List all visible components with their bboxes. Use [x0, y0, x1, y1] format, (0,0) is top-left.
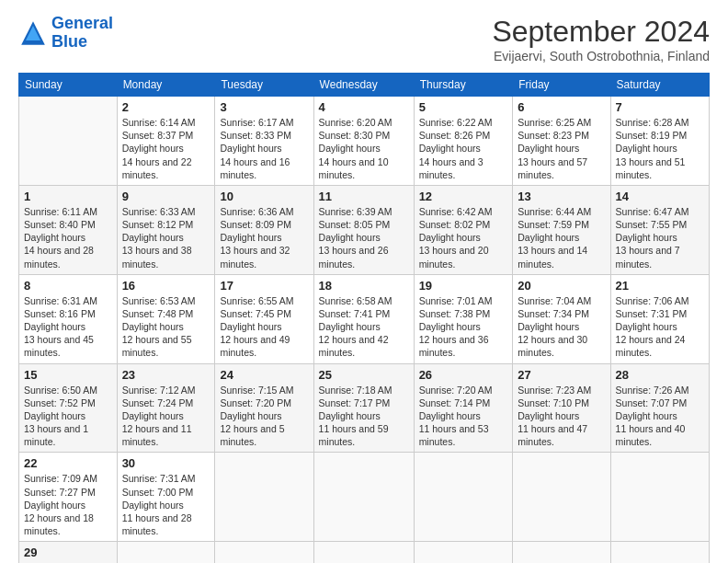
- day-number: 4: [319, 100, 409, 114]
- day-info: Sunrise: 6:20 AMSunset: 8:30 PMDaylight …: [319, 116, 409, 181]
- day-number: 28: [616, 368, 704, 382]
- day-info: Sunrise: 6:42 AMSunset: 8:02 PMDaylight …: [419, 205, 508, 270]
- table-row: 10Sunrise: 6:36 AMSunset: 8:09 PMDayligh…: [215, 185, 313, 274]
- day-number: 21: [616, 279, 704, 293]
- header-wednesday: Wednesday: [313, 74, 414, 97]
- table-row: 19Sunrise: 7:01 AMSunset: 7:38 PMDayligh…: [414, 274, 513, 363]
- calendar-week-row: 2Sunrise: 6:14 AMSunset: 8:37 PMDaylight…: [19, 97, 710, 186]
- table-row: 20Sunrise: 7:04 AMSunset: 7:34 PMDayligh…: [513, 274, 610, 363]
- day-number: 25: [319, 368, 409, 382]
- header-sunday: Sunday: [19, 74, 118, 97]
- table-row: 29Sunrise: 7:29 AMSunset: 7:03 PMDayligh…: [19, 542, 118, 563]
- table-row: 6Sunrise: 6:25 AMSunset: 8:23 PMDaylight…: [513, 97, 610, 186]
- month-title: September 2024: [492, 15, 710, 49]
- logo-line2: Blue: [51, 32, 87, 51]
- day-number: 9: [122, 190, 210, 203]
- table-row: 13Sunrise: 6:44 AMSunset: 7:59 PMDayligh…: [513, 185, 610, 274]
- table-row: [313, 453, 414, 542]
- day-number: 29: [24, 546, 112, 559]
- day-number: 10: [220, 190, 308, 203]
- day-number: 18: [319, 279, 409, 293]
- day-info: Sunrise: 6:25 AMSunset: 8:23 PMDaylight …: [518, 116, 605, 181]
- day-info: Sunrise: 6:33 AMSunset: 8:12 PMDaylight …: [122, 205, 210, 270]
- table-row: 12Sunrise: 6:42 AMSunset: 8:02 PMDayligh…: [414, 185, 513, 274]
- calendar-week-row: 29Sunrise: 7:29 AMSunset: 7:03 PMDayligh…: [19, 542, 710, 563]
- header-thursday: Thursday: [414, 74, 513, 97]
- table-row: 7Sunrise: 6:28 AMSunset: 8:19 PMDaylight…: [610, 97, 709, 186]
- page: General Blue September 2024 Evijaervi, S…: [0, 0, 728, 563]
- calendar-week-row: 15Sunrise: 6:50 AMSunset: 7:52 PMDayligh…: [19, 363, 710, 453]
- table-row: 14Sunrise: 6:47 AMSunset: 7:55 PMDayligh…: [610, 185, 709, 274]
- day-info: Sunrise: 7:15 AMSunset: 7:20 PMDaylight …: [220, 384, 308, 449]
- logo-line1: General: [51, 14, 113, 32]
- day-info: Sunrise: 6:39 AMSunset: 8:05 PMDaylight …: [319, 205, 409, 270]
- table-row: 8Sunrise: 6:31 AMSunset: 8:16 PMDaylight…: [19, 274, 118, 363]
- day-info: Sunrise: 6:22 AMSunset: 8:26 PMDaylight …: [419, 116, 508, 181]
- day-number: 19: [419, 279, 508, 293]
- day-info: Sunrise: 7:23 AMSunset: 7:10 PMDaylight …: [518, 384, 605, 449]
- day-info: Sunrise: 6:44 AMSunset: 7:59 PMDaylight …: [518, 205, 605, 270]
- weekday-header-row: Sunday Monday Tuesday Wednesday Thursday…: [19, 74, 710, 97]
- table-row: [414, 453, 513, 542]
- day-number: 20: [518, 279, 605, 293]
- calendar-week-row: 1Sunrise: 6:11 AMSunset: 8:40 PMDaylight…: [19, 185, 710, 274]
- table-row: 5Sunrise: 6:22 AMSunset: 8:26 PMDaylight…: [414, 97, 513, 186]
- day-info: Sunrise: 6:11 AMSunset: 8:40 PMDaylight …: [24, 205, 112, 270]
- day-number: 14: [616, 190, 704, 203]
- table-row: 23Sunrise: 7:12 AMSunset: 7:24 PMDayligh…: [117, 363, 215, 453]
- table-row: [117, 542, 215, 563]
- day-number: 2: [122, 100, 210, 114]
- day-info: Sunrise: 6:31 AMSunset: 8:16 PMDaylight …: [24, 294, 112, 360]
- header-friday: Friday: [513, 74, 610, 97]
- day-number: 30: [122, 456, 210, 470]
- table-row: [215, 453, 313, 542]
- table-row: [513, 453, 610, 542]
- header-tuesday: Tuesday: [215, 74, 313, 97]
- logo-text: General Blue: [51, 15, 113, 52]
- header-monday: Monday: [117, 74, 215, 97]
- day-info: Sunrise: 6:28 AMSunset: 8:19 PMDaylight …: [616, 116, 704, 181]
- day-number: 15: [24, 368, 112, 382]
- day-info: Sunrise: 7:04 AMSunset: 7:34 PMDaylight …: [518, 294, 605, 360]
- day-number: 11: [319, 190, 409, 203]
- day-info: Sunrise: 7:31 AMSunset: 7:00 PMDaylight …: [122, 472, 210, 537]
- day-number: 22: [24, 456, 112, 470]
- day-number: 8: [24, 279, 112, 293]
- table-row: 2Sunrise: 6:14 AMSunset: 8:37 PMDaylight…: [117, 97, 215, 186]
- header: General Blue September 2024 Evijaervi, S…: [18, 15, 710, 63]
- table-row: 11Sunrise: 6:39 AMSunset: 8:05 PMDayligh…: [313, 185, 414, 274]
- table-row: [610, 542, 709, 563]
- day-number: 3: [220, 100, 308, 114]
- day-number: 5: [419, 100, 508, 114]
- table-row: 1Sunrise: 6:11 AMSunset: 8:40 PMDaylight…: [19, 185, 118, 274]
- table-row: [610, 453, 709, 542]
- table-row: 9Sunrise: 6:33 AMSunset: 8:12 PMDaylight…: [117, 185, 215, 274]
- day-info: Sunrise: 6:47 AMSunset: 7:55 PMDaylight …: [616, 205, 704, 270]
- day-info: Sunrise: 6:14 AMSunset: 8:37 PMDaylight …: [122, 116, 210, 181]
- day-info: Sunrise: 7:20 AMSunset: 7:14 PMDaylight …: [419, 384, 508, 449]
- location: Evijaervi, South Ostrobothnia, Finland: [492, 49, 710, 63]
- table-row: 21Sunrise: 7:06 AMSunset: 7:31 PMDayligh…: [610, 274, 709, 363]
- table-row: [215, 542, 313, 563]
- table-row: [414, 542, 513, 563]
- day-number: 27: [518, 368, 605, 382]
- day-number: 1: [24, 190, 112, 203]
- table-row: 27Sunrise: 7:23 AMSunset: 7:10 PMDayligh…: [513, 363, 610, 453]
- day-number: 26: [419, 368, 508, 382]
- table-row: 3Sunrise: 6:17 AMSunset: 8:33 PMDaylight…: [215, 97, 313, 186]
- day-number: 6: [518, 100, 605, 114]
- day-info: Sunrise: 6:17 AMSunset: 8:33 PMDaylight …: [220, 116, 308, 181]
- table-row: 18Sunrise: 6:58 AMSunset: 7:41 PMDayligh…: [313, 274, 414, 363]
- table-row: 28Sunrise: 7:26 AMSunset: 7:07 PMDayligh…: [610, 363, 709, 453]
- day-info: Sunrise: 7:09 AMSunset: 7:27 PMDaylight …: [24, 472, 112, 537]
- day-info: Sunrise: 6:53 AMSunset: 7:48 PMDaylight …: [122, 294, 210, 360]
- day-number: 13: [518, 190, 605, 203]
- table-row: 17Sunrise: 6:55 AMSunset: 7:45 PMDayligh…: [215, 274, 313, 363]
- table-row: 16Sunrise: 6:53 AMSunset: 7:48 PMDayligh…: [117, 274, 215, 363]
- day-number: 12: [419, 190, 508, 203]
- day-number: 7: [616, 100, 704, 114]
- day-number: 24: [220, 368, 308, 382]
- day-number: 17: [220, 279, 308, 293]
- table-row: 22Sunrise: 7:09 AMSunset: 7:27 PMDayligh…: [19, 453, 118, 542]
- calendar-week-row: 22Sunrise: 7:09 AMSunset: 7:27 PMDayligh…: [19, 453, 710, 542]
